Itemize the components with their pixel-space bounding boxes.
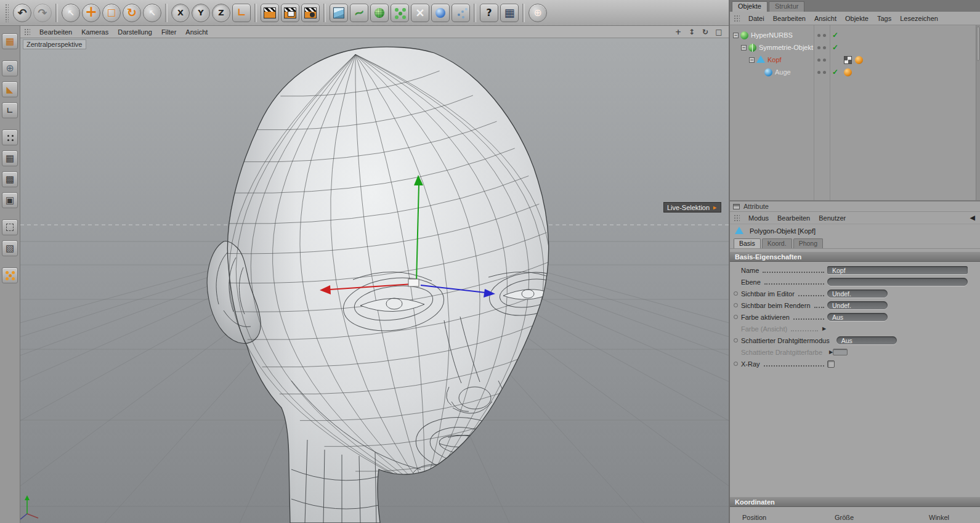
manager-tab[interactable]: Struktur [769,1,805,12]
attribute-tab[interactable]: Basis [734,238,761,248]
anim-dot-icon[interactable] [734,291,738,296]
menubar-grip[interactable] [734,15,740,22]
object-manager-menu-item[interactable]: Tags [877,15,891,22]
viewport-3d-scene[interactable] [20,38,729,523]
attribute-menu-item[interactable]: Modus [748,214,769,222]
rotate-view-icon[interactable]: ↻ [700,28,710,36]
particles-icon[interactable] [452,4,470,22]
object-axis-mode-icon[interactable]: ∟ [2,102,18,118]
separator[interactable] [323,4,326,22]
rotate-tool-icon[interactable]: ↻ [123,4,141,22]
array-tool-icon[interactable] [391,4,409,22]
expander-icon[interactable]: − [741,45,747,51]
scale-tool-icon[interactable]: □ [102,4,121,22]
enabled-check-icon[interactable]: ✓ [832,68,838,76]
viewport-menu-item[interactable]: Darstellung [118,28,152,36]
z-axis-lock-icon[interactable]: Z [212,4,230,22]
selection-tool-icon[interactable]: ↖ [62,4,80,22]
render-view-icon[interactable] [261,4,279,22]
toolbar-grip[interactable] [5,4,9,22]
separator[interactable] [165,4,168,22]
expand-arrow-icon[interactable]: ▶ [821,326,827,331]
coordinates-section-header[interactable]: Koordinaten [730,497,980,507]
viewport-menu-item[interactable]: Kameras [81,28,108,36]
attribute-value-field[interactable]: Aus [827,313,888,321]
object-manager-menu-item[interactable]: Ansicht [814,15,836,22]
object-name[interactable]: Symmetrie-Objekt [759,44,813,51]
render-picture-icon[interactable] [281,4,299,22]
points-mode-icon[interactable] [2,129,18,145]
attribute-tab[interactable]: Koord. [762,238,792,248]
workplane-mode-icon[interactable] [2,219,18,235]
separator[interactable] [522,4,525,22]
tag-icon-1[interactable] [844,56,852,64]
y-axis-lock-icon[interactable]: Y [192,4,210,22]
polygons-mode-icon[interactable]: ▩ [2,171,18,187]
object-tree-row[interactable]: − HyperNURBS ✓ [730,29,980,41]
object-name[interactable]: HyperNURBS [751,31,793,39]
pan-view-icon[interactable]: + [673,28,683,36]
attribute-menu-item[interactable]: Benutzer [819,214,846,222]
globe-icon[interactable]: ⊕ [528,4,547,22]
coord-system-icon[interactable]: ∟ [232,4,251,22]
attribute-value-field[interactable] [827,278,968,286]
attribute-color-swatch[interactable] [833,349,848,355]
x-axis-lock-icon[interactable]: X [171,4,190,22]
texture-mode-icon[interactable]: ▣ [2,192,18,208]
help-cursor-icon[interactable]: ? [480,4,498,22]
expander-icon[interactable]: − [749,57,755,63]
viewport-menu-item[interactable]: Ansicht [185,28,208,36]
attribute-menu-item[interactable]: Bearbeiten [777,214,810,222]
tag-icon-1[interactable] [844,68,852,76]
tag-icon-2[interactable] [855,56,863,64]
move-tool-icon[interactable]: + [82,4,100,22]
object-tree-row[interactable]: − Kopf [730,54,980,66]
object-manager-menu-item[interactable]: Lesezeichen [900,15,938,22]
anim-dot-icon[interactable] [734,303,738,307]
visibility-dots-icon[interactable] [817,34,820,37]
hypernurbs-tool-icon[interactable] [370,4,389,22]
axis-mode-icon[interactable] [2,267,18,283]
deformer-sphere-icon[interactable] [431,4,450,22]
object-name[interactable]: Kopf [767,56,782,63]
uv-mode-icon[interactable]: ▧ [2,240,18,256]
viewport-menu-item[interactable]: Bearbeiten [39,28,72,36]
zoom-view-icon[interactable]: ↕ [687,28,697,36]
viewport-canvas[interactable]: Zentralperspektive Live-Selektion ► [20,38,729,523]
texture-axis-mode-icon[interactable]: ◣ [2,81,18,97]
model-mode-icon[interactable]: ⊕ [2,60,18,76]
section-header[interactable]: Basis-Eigenschaften [730,251,980,262]
edges-mode-icon[interactable]: ▦ [2,150,18,166]
attribute-value-field[interactable]: Undef. [827,290,888,298]
object-manager-menu-item[interactable]: Datei [748,15,764,22]
attribute-value-field[interactable]: Undef. [827,301,888,309]
anim-dot-icon[interactable] [734,338,738,343]
visibility-dots-icon[interactable] [817,59,820,62]
enabled-check-icon[interactable]: ✓ [832,43,838,52]
menubar-grip[interactable] [734,214,740,222]
enabled-check-icon[interactable]: ✓ [832,31,838,39]
separator[interactable] [55,4,58,22]
object-name[interactable]: Auge [775,68,791,76]
axes-tool-icon[interactable]: × [411,4,429,22]
redo-icon[interactable]: ↷ [33,4,52,22]
object-tree-row[interactable]: Auge ✓ [730,66,980,78]
manager-tab[interactable]: Objekte [732,1,767,12]
head-mesh-object[interactable] [196,38,583,523]
spline-icon[interactable]: ~ [350,4,368,22]
attribute-value-field[interactable]: Kopf [827,266,968,274]
attribute-tab[interactable]: Phong [793,238,823,248]
live-selection-tool-icon[interactable]: ↖ [143,4,161,22]
make-editable-icon[interactable]: ▦ [2,33,18,49]
maximize-view-icon[interactable]: □ [714,28,724,36]
visibility-dots-icon[interactable] [817,71,820,74]
table-icon[interactable]: ▦ [500,4,519,22]
gizmo-origin-handle[interactable] [408,279,419,286]
viewport-menu-item[interactable]: Filter [161,28,176,36]
separator[interactable] [254,4,257,22]
expander-icon[interactable]: − [733,33,739,38]
separator[interactable] [474,4,476,22]
render-settings-icon[interactable] [301,4,320,22]
visibility-dots-icon[interactable] [817,46,820,49]
attribute-checkbox[interactable] [827,360,835,368]
